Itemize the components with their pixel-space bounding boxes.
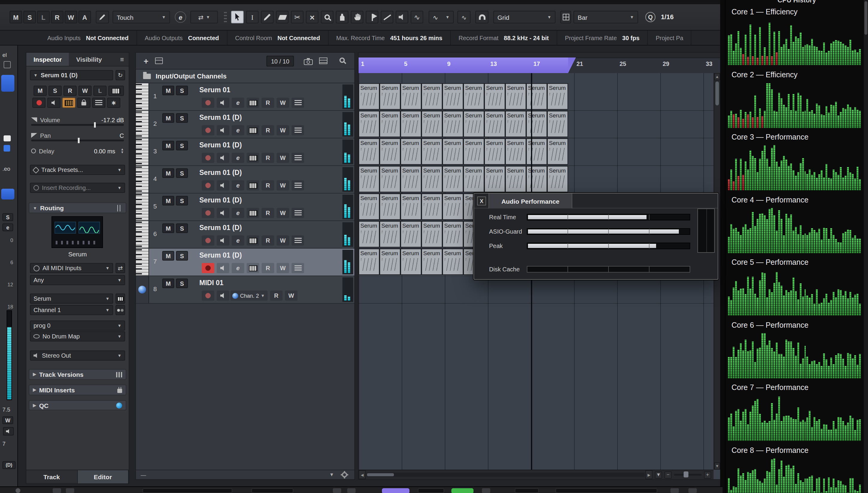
solo-button[interactable]: S (176, 223, 188, 233)
solo-button[interactable]: S (176, 141, 188, 150)
write-button[interactable]: W (277, 208, 289, 218)
monitor-button[interactable] (217, 153, 229, 163)
status-item[interactable]: Record Format88.2 kHz - 24 bit (451, 30, 557, 45)
write-button[interactable]: W (277, 235, 289, 245)
record-arm-button[interactable] (202, 153, 214, 163)
midi-clip[interactable]: Serum (505, 83, 526, 110)
write-button[interactable]: W (277, 180, 289, 191)
timeline-ruler[interactable]: 159131721252933 (359, 53, 720, 73)
monitor-button[interactable] (217, 263, 229, 273)
midi-clip[interactable]: Serum (463, 111, 484, 137)
clipped-write-button[interactable]: W (2, 416, 13, 424)
cpu-scrollbar[interactable] (864, 0, 868, 493)
track-controls-menu[interactable] (292, 98, 304, 108)
track-row[interactable]: 6MSSerum 01 (D)eRW (136, 221, 355, 249)
midi-clip[interactable]: Serum (380, 83, 401, 110)
global-mute-button[interactable]: M (9, 11, 22, 23)
scrollbar-thumb[interactable] (367, 473, 394, 476)
tab-editor[interactable]: Editor (77, 470, 129, 484)
midi-clip[interactable]: Serum (421, 193, 442, 220)
midi-channel-select[interactable]: Any ▼ (30, 275, 125, 285)
insert-recording-select[interactable]: Insert Recording... ▼ (30, 183, 125, 193)
volume-slider[interactable] (31, 124, 124, 126)
monitor-button[interactable] (217, 98, 229, 108)
clipped-blue-icon[interactable] (4, 145, 10, 152)
midi-clip[interactable]: Serum (359, 221, 380, 248)
read-button[interactable]: R (261, 125, 274, 135)
read-button[interactable]: R (261, 235, 274, 245)
monitor-button[interactable] (3, 427, 14, 435)
track-row[interactable]: 2MSSerum 01 (D)eRW (136, 111, 355, 138)
edit-channel-button[interactable]: e (232, 235, 244, 245)
status-item[interactable]: Audio InputsNot Connected (40, 30, 137, 45)
automation-curve-icon[interactable]: ∿ (457, 11, 471, 23)
tab-inspector[interactable]: Inspector (26, 53, 69, 66)
output-bus-select[interactable]: Stereo Out ▼ (30, 350, 125, 361)
read-button[interactable]: R (261, 153, 274, 163)
read-button[interactable]: R (270, 291, 282, 301)
track-controls-menu[interactable] (292, 208, 304, 218)
select-tool[interactable] (231, 11, 244, 23)
erase-tool[interactable] (276, 11, 289, 23)
io-mode-dropdown[interactable]: ⇄▼ (190, 11, 218, 23)
track-row[interactable]: 5MSSerum 01 (D)eRW (136, 193, 355, 221)
status-item[interactable]: Max. Record Time451 hours 26 mins (328, 30, 451, 45)
transport-button[interactable] (53, 488, 61, 493)
status-item[interactable]: Audio OutputsConnected (137, 30, 227, 45)
instrument-button[interactable] (62, 98, 75, 108)
midi-clip[interactable]: Serum (421, 138, 442, 165)
inspector-solo-button[interactable]: S (48, 86, 62, 96)
play-tool[interactable] (366, 11, 378, 23)
mute-button[interactable]: M (162, 279, 174, 288)
track-controls-menu[interactable] (292, 180, 304, 191)
midi-clip[interactable]: Serum (401, 138, 421, 165)
instrument-button[interactable] (247, 125, 259, 135)
mute-button[interactable]: M (162, 251, 174, 261)
write-button[interactable]: W (277, 153, 289, 163)
track-row[interactable]: 3MSSerum 01 (D)eRW (136, 138, 355, 166)
instrument-button[interactable] (247, 208, 259, 218)
gear-icon[interactable] (342, 472, 347, 477)
midi-clip[interactable]: Serum (526, 166, 547, 192)
midi-clip[interactable]: Serum (526, 138, 547, 165)
midi-clip[interactable]: Serum (401, 83, 421, 110)
midi-clip[interactable]: Serum (442, 111, 463, 137)
horizontal-scrollbar[interactable]: ◀ ▶ (359, 470, 653, 479)
status-item[interactable]: Project Frame Rate30 fps (557, 30, 648, 45)
track-selector[interactable]: ▼ Serum 01 (D) (30, 70, 113, 80)
curve-kind-dropdown[interactable]: ∿▼ (429, 11, 454, 23)
output-channel-select[interactable]: Channel 1 ▼ (30, 305, 113, 315)
inspector-listen-button[interactable]: L (93, 86, 107, 96)
camera-icon[interactable] (303, 57, 313, 68)
tab-track[interactable]: Track (26, 470, 77, 484)
transport-button[interactable] (347, 488, 356, 493)
audio-performance-window[interactable]: X Audio Performance Real TimeASIO-GuardP… (474, 193, 718, 280)
search-icon[interactable] (339, 58, 345, 63)
record-arm-button[interactable] (202, 291, 214, 301)
record-arm-button[interactable] (202, 208, 214, 218)
tab-visibility[interactable]: Visibility (69, 53, 109, 66)
line-tool[interactable] (381, 11, 393, 23)
record-arm-button[interactable] (202, 180, 214, 191)
transport-button[interactable] (333, 488, 341, 493)
write-button[interactable]: W (285, 291, 298, 301)
mute-button[interactable]: M (162, 141, 174, 150)
scrollbar-thumb[interactable] (715, 82, 719, 105)
toolbar-divider[interactable] (224, 12, 227, 23)
scroll-up-icon[interactable]: ▲ (714, 73, 720, 80)
instrument-button[interactable] (247, 98, 259, 108)
midi-clip[interactable]: Serum (401, 111, 421, 137)
midi-clip[interactable]: Serum (442, 249, 463, 275)
track-versions-section[interactable]: ▶ Track Versions (29, 369, 126, 380)
warp-tool[interactable]: ∿ (411, 11, 423, 23)
midi-clip[interactable]: Serum (442, 138, 463, 165)
scroll-left-icon[interactable]: ◀ (359, 470, 366, 479)
edit-channel-button[interactable]: e (232, 208, 244, 218)
delay-stepper[interactable]: ▲▼ (121, 148, 124, 154)
read-button[interactable]: R (261, 263, 274, 273)
inspector-write-button[interactable]: W (78, 86, 92, 96)
hand-tool[interactable] (351, 11, 363, 23)
write-button[interactable]: W (277, 98, 289, 108)
midi-clip[interactable]: Serum (526, 111, 547, 137)
midi-clip[interactable]: Serum (484, 83, 505, 110)
